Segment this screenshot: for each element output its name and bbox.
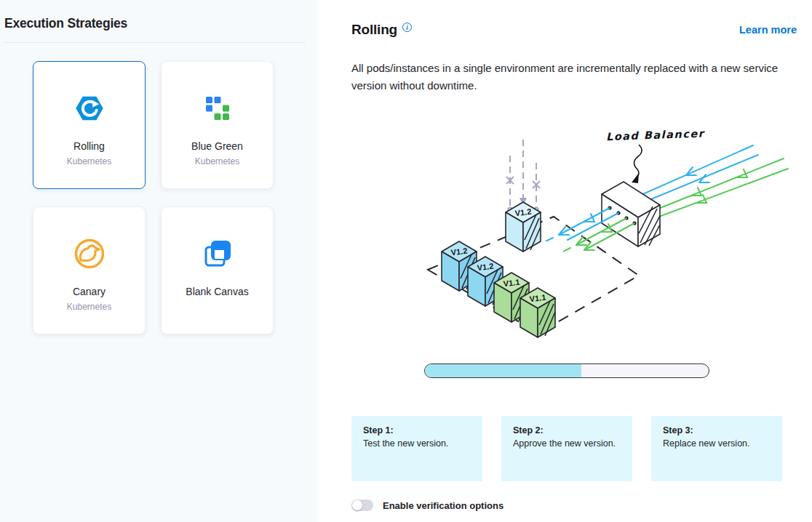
strategy-card-sublabel: Kubernetes xyxy=(67,302,111,312)
deploy-arrows xyxy=(506,140,540,212)
steps-row: Step 1: Test the new version. Step 2: Ap… xyxy=(351,416,797,481)
deploying-cube: V1.2 xyxy=(506,202,541,252)
strategy-card-label: Blank Canvas xyxy=(186,286,248,297)
step-card-3: Step 3: Replace new version. xyxy=(651,416,782,481)
strategy-cards-grid: Rolling Kubernetes Blue Green Kubernetes xyxy=(33,61,318,334)
blue-green-strategy-icon xyxy=(203,92,232,124)
strategy-card-rolling[interactable]: Rolling Kubernetes xyxy=(33,61,146,189)
strategy-card-blue-green[interactable]: Blue Green Kubernetes xyxy=(161,61,274,189)
step-card-2: Step 2: Approve the new version. xyxy=(501,416,632,481)
load-balancer-label: Load Balancer xyxy=(606,127,706,142)
strategy-card-label: Rolling xyxy=(73,140,105,152)
step-card-1: Step 1: Test the new version. xyxy=(351,416,482,481)
step-title: Step 2: xyxy=(513,425,621,435)
rolling-strategy-diagram: V1.2 V1.2 V1.2 V1.1 xyxy=(411,127,797,359)
strategy-card-label: Canary xyxy=(73,286,106,297)
execution-strategies-panel: Execution Strategies Rolling Kubernetes xyxy=(0,0,318,522)
step-text: Approve the new version. xyxy=(513,438,621,449)
step-title: Step 3: xyxy=(663,425,771,435)
rollout-progress-bar xyxy=(424,364,709,378)
info-icon[interactable]: i xyxy=(402,23,412,32)
step-title: Step 1: xyxy=(363,425,471,435)
progress-fill xyxy=(425,364,581,377)
page-title: Execution Strategies xyxy=(0,0,318,31)
strategy-title: Rolling xyxy=(351,22,397,38)
verification-toggle-label: Enable verification options xyxy=(383,500,503,511)
strategy-card-blank-canvas[interactable]: Blank Canvas xyxy=(161,206,274,334)
strategy-card-sublabel: Kubernetes xyxy=(195,156,239,166)
version-cubes: V1.2 V1.2 V1.1 V1.1 xyxy=(442,241,555,337)
blank-canvas-icon xyxy=(202,238,234,270)
strategy-detail-panel: Rolling i Learn more All pods/instances … xyxy=(318,0,812,522)
load-balancer-pointer-arrow xyxy=(632,145,642,183)
strategy-card-label: Blue Green xyxy=(191,140,243,152)
detail-header: Rolling i Learn more xyxy=(351,22,797,38)
strategy-description: All pods/instances in a single environme… xyxy=(351,60,782,95)
strategy-card-sublabel: Kubernetes xyxy=(67,156,111,166)
rolling-strategy-icon xyxy=(73,92,106,124)
strategy-card-canary[interactable]: Canary Kubernetes xyxy=(33,206,146,334)
toggle-knob xyxy=(352,500,362,510)
verification-toggle-row: Enable verification options xyxy=(351,499,797,511)
step-text: Replace new version. xyxy=(663,438,771,449)
verification-toggle[interactable] xyxy=(351,499,373,511)
learn-more-link[interactable]: Learn more xyxy=(739,24,797,36)
divider xyxy=(4,42,306,43)
canary-strategy-icon xyxy=(73,238,106,270)
step-text: Test the new version. xyxy=(363,438,471,449)
